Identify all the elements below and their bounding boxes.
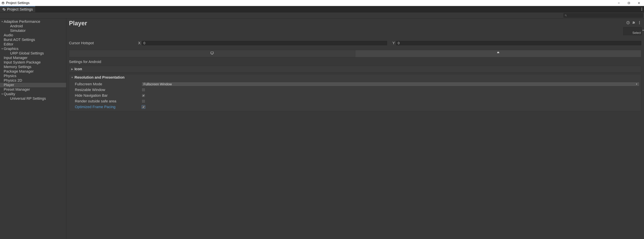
sidebar-item-label: Universal RP Settings (10, 96, 46, 101)
render-safe-checkbox[interactable] (142, 99, 145, 103)
cursor-hotspot-y-field[interactable]: 0 (396, 41, 641, 45)
select-label: Select (632, 31, 641, 35)
search-input[interactable] (564, 13, 643, 17)
sidebar-item-label: Quality (4, 92, 15, 96)
texture-select-button[interactable]: Select (623, 27, 642, 35)
svg-rect-23 (211, 52, 214, 54)
section-resolution-header[interactable]: ▼ Resolution and Presentation (69, 74, 641, 81)
window-titlebar: Project Settings (0, 0, 644, 6)
optimized-fp-row: Optimized Frame Pacing ✔ (75, 104, 640, 110)
svg-point-7 (642, 8, 642, 8)
sidebar-item-quality[interactable]: ▼Quality (0, 92, 66, 96)
platform-tabs (69, 50, 641, 57)
sidebar-item-label: Package Manager (4, 69, 34, 74)
sidebar-item-physics-2d[interactable]: ▶Physics 2D (0, 78, 66, 83)
sidebar-item-editor[interactable]: ▶Editor (0, 42, 66, 47)
cursor-hotspot-row: Cursor Hotspot X 0 Y 0 (69, 40, 641, 46)
svg-point-21 (639, 22, 640, 23)
sidebar-item-label: Input System Package (4, 60, 40, 64)
sidebar-item-physics[interactable]: ▶Physics (0, 74, 66, 78)
settings-content: Player ? Select ▴ C (66, 18, 644, 239)
window-close-button[interactable] (634, 0, 644, 6)
platform-tab-android[interactable] (355, 50, 641, 57)
section-icon: ▶ Icon (69, 66, 641, 72)
settings-for-label: Settings for Android (69, 60, 641, 64)
sidebar-item-label: Editor (4, 42, 13, 46)
window-maximize-button[interactable] (624, 0, 634, 6)
fullscreen-mode-label: Fullscreen Mode (75, 82, 142, 86)
foldout-open-icon: ▼ (71, 76, 74, 79)
section-icon-header[interactable]: ▶ Icon (69, 66, 641, 72)
hide-nav-label: Hide Navigation Bar (75, 93, 142, 98)
sidebar-item-label: Audio (4, 33, 13, 37)
resizable-window-checkbox[interactable] (142, 88, 145, 92)
section-resolution: ▼ Resolution and Presentation Fullscreen… (69, 74, 641, 111)
sidebar-item-input-manager[interactable]: ▶Input Manager (0, 56, 66, 60)
sidebar-item-label: Player (4, 83, 14, 87)
sidebar-item-audio[interactable]: ▶Audio (0, 33, 66, 37)
render-safe-label: Render outside safe area (75, 99, 142, 103)
settings-sidebar: ▼Adaptive Performance▶Android▶Simulator▶… (0, 18, 66, 239)
sidebar-item-memory-settings[interactable]: ▶Memory Settings (0, 65, 66, 69)
window-minimize-button[interactable] (614, 0, 624, 6)
svg-point-17 (633, 22, 634, 22)
chevron-down-icon: ▼ (636, 83, 638, 85)
tab-label: Project Settings (7, 7, 33, 11)
sidebar-item-label: Physics 2D (4, 78, 22, 83)
svg-point-22 (639, 23, 640, 24)
sidebar-item-package-manager[interactable]: ▶Package Manager (0, 69, 66, 74)
platform-tab-standalone[interactable] (69, 50, 355, 57)
hide-nav-row: Hide Navigation Bar ✔ (75, 93, 640, 98)
cursor-hotspot-x-field[interactable]: 0 (142, 41, 387, 45)
editor-tabbar: Project Settings (0, 6, 644, 12)
sidebar-item-player[interactable]: ▶Player (0, 83, 66, 87)
sidebar-item-label: Physics (4, 74, 16, 78)
tab-project-settings[interactable]: Project Settings (0, 6, 35, 12)
window-title: Project Settings (6, 1, 30, 5)
android-icon (496, 51, 500, 56)
settings-toolbar (0, 12, 644, 18)
sidebar-item-burst-aot-settings[interactable]: ▶Burst AOT Settings (0, 37, 66, 42)
sidebar-item-preset-manager[interactable]: ▶Preset Manager (0, 87, 66, 92)
optimized-fp-label: Optimized Frame Pacing (75, 105, 142, 109)
sidebar-item-universal-rp-settings[interactable]: ▶Universal RP Settings (0, 96, 66, 101)
sidebar-item-label: Memory Settings (4, 65, 32, 69)
y-value: 0 (398, 41, 400, 45)
sidebar-item-adaptive-performance[interactable]: ▼Adaptive Performance (0, 19, 66, 24)
x-value: 0 (144, 41, 145, 45)
section-resolution-title: Resolution and Presentation (74, 75, 124, 80)
sidebar-item-label: Input Manager (4, 56, 28, 60)
svg-text:?: ? (628, 21, 628, 24)
cursor-hotspot-label: Cursor Hotspot (69, 41, 138, 45)
y-label: Y (392, 41, 395, 45)
sidebar-item-input-system-package[interactable]: ▶Input System Package (0, 60, 66, 65)
resizable-window-row: Resizable Window (75, 87, 640, 93)
sidebar-item-label: Burst AOT Settings (4, 37, 35, 42)
gear-icon (2, 8, 6, 11)
section-icon-title: Icon (74, 67, 82, 71)
svg-rect-4 (628, 2, 630, 4)
monitor-icon (210, 51, 214, 56)
context-menu-icon[interactable] (638, 21, 641, 24)
sidebar-item-urp-global-settings[interactable]: ▶URP Global Settings (0, 51, 66, 56)
search-field[interactable] (568, 13, 642, 17)
hide-nav-checkbox[interactable]: ✔ (142, 94, 145, 97)
fullscreen-mode-dropdown[interactable]: Fullscreen Window ▼ (142, 82, 640, 86)
scroll-up-indicator: ▴ (642, 28, 644, 31)
sidebar-item-simulator[interactable]: ▶Simulator (0, 28, 66, 33)
preset-icon[interactable] (632, 21, 636, 24)
optimized-fp-checkbox[interactable]: ✔ (142, 105, 145, 109)
help-icon[interactable]: ? (626, 21, 630, 24)
foldout-open-icon: ▼ (1, 47, 4, 50)
unity-icon (1, 1, 5, 5)
sidebar-item-label: Simulator (10, 28, 26, 33)
svg-point-9 (642, 10, 642, 11)
sidebar-item-android[interactable]: ▶Android (0, 24, 66, 28)
render-safe-row: Render outside safe area (75, 98, 640, 104)
x-label: X (138, 41, 140, 45)
sidebar-item-label: Adaptive Performance (4, 19, 40, 24)
svg-point-18 (634, 22, 634, 23)
sidebar-item-graphics[interactable]: ▼Graphics (0, 47, 66, 51)
tab-menu-button[interactable] (640, 6, 644, 12)
foldout-closed-icon: ▶ (71, 68, 74, 70)
